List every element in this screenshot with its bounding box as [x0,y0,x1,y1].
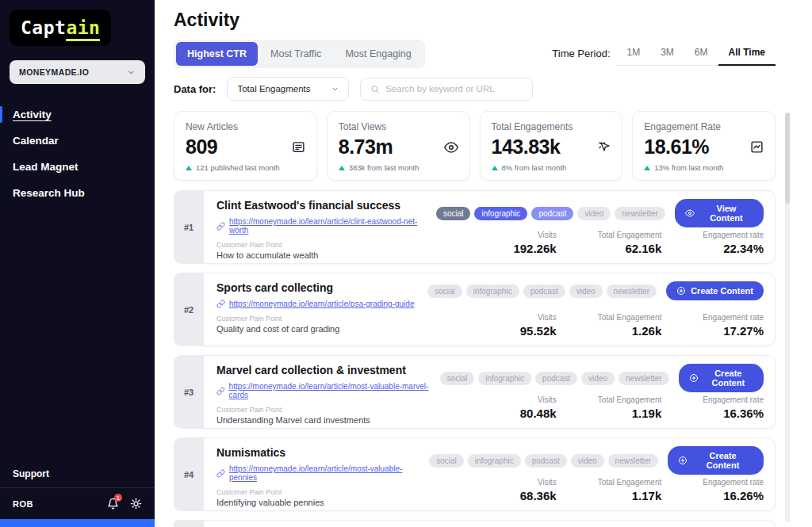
sidebar-item-label: Activity [13,109,52,120]
sidebar-item-label: Research Hub [13,187,85,199]
plus-icon [689,373,699,383]
article-link[interactable]: https://moneymade.io/learn/article/most-… [216,464,429,482]
sidebar-nav: Activity Calendar Lead Magnet Research H… [0,101,155,206]
sidebar: Captain MONEYMADE.IO Activity Calendar L… [0,0,155,527]
visits-value: 192.26k [513,242,556,255]
rate-value: 16.26% [723,489,764,502]
stat-delta-text: 8% from last month [502,163,567,172]
rate-label: Engagement rate [703,395,764,404]
sidebar-item-research-hub[interactable]: Research Hub [0,180,155,206]
engagement-stat: Total Engagement 1.19k [598,395,662,420]
article-link[interactable]: https://moneymade.io/learn/article/clint… [216,217,436,235]
link-icon [216,387,225,395]
stat-card-new-articles: New Articles 809 121 published last mont… [174,111,317,181]
rate-stat: Engagement rate 16.26% [703,478,764,502]
data-for-dropdown[interactable]: Total Engagments [227,77,348,101]
stat-label: New Articles [186,121,305,132]
tag-pill: podcast [523,285,565,298]
time-period-options: 1M 3M 6M All Time [617,42,776,66]
tag-pill: newsletter [607,285,657,298]
stat-label: Engagement Rate [644,121,764,132]
eye-icon [444,140,458,155]
search-icon [370,84,380,94]
scrollbar-thumb[interactable] [785,113,790,204]
sidebar-item-calendar[interactable]: Calendar [0,128,155,154]
article-title: Sports card collecting [216,281,414,295]
plus-icon [676,286,686,296]
stat-label: Total Engagements [492,121,611,132]
tag-pill: video [569,285,603,298]
user-name[interactable]: ROB [13,499,33,509]
engagement-label: Total Engagement [598,313,662,322]
article-row: #3 Marvel card collection & investment h… [174,355,776,429]
article-title: Numismatics [216,446,429,460]
content-button[interactable]: Create Content [668,446,764,475]
tab-most-engaging[interactable]: Most Engaging [334,42,422,66]
tag-pill: infographic [478,372,531,385]
rank-badge: #3 [174,355,204,429]
content-button[interactable]: Create Content [666,281,764,300]
article-title: Clint Eastwood's financial success [216,199,436,212]
logo: Captain [10,10,111,46]
engagement-label: Total Engagement [598,231,662,239]
tags-row: socialinfographicpodcastvideonewsletter [427,285,657,298]
up-arrow-icon [339,166,345,170]
sidebar-item-label: Calendar [13,135,59,147]
article-row-partial [174,520,776,527]
article-url[interactable]: https://moneymade.io/learn/article/clint… [229,217,436,235]
article-card [204,520,776,527]
tag-pill: newsletter [619,372,669,385]
pain-point-label: Customer Pain Point [216,241,436,249]
content-button[interactable]: View Content [675,199,764,227]
tab-most-traffic[interactable]: Most Traffic [259,42,332,66]
tab-highest-ctr[interactable]: Highest CTR [176,42,258,66]
visits-label: Visits [538,478,557,487]
visits-label: Visits [538,395,557,404]
pain-point-text: Identifying valuable pennies [216,498,429,507]
visits-value: 68.36k [520,489,557,502]
time-period: Time Period: 1M 3M 6M All Time [552,42,776,66]
notification-badge: 1 [114,494,122,502]
article-link[interactable]: https://moneymade.io/learn/article/most-… [216,382,440,399]
article-url[interactable]: https://moneymade.io/learn/article/psa-g… [229,300,414,308]
sidebar-footer: Support ROB 1 [0,462,155,527]
filter-row: Data for: Total Engagments [174,77,776,101]
controls-row: Highest CTR Most Traffic Most Engaging T… [174,40,776,68]
time-period-3m[interactable]: 3M [650,42,684,65]
pain-point-text: How to accumulate wealth [216,250,436,260]
stat-label: Total Views [339,121,458,132]
workspace-selector[interactable]: MONEYMADE.IO [10,60,145,84]
workspace-name: MONEYMADE.IO [19,67,89,77]
sidebar-item-lead-magnet[interactable]: Lead Magnet [0,154,155,180]
time-period-all-time[interactable]: All Time [718,42,776,66]
tags-row: socialinfographicpodcastvideonewsletter [436,207,665,220]
sidebar-item-activity[interactable]: Activity [0,101,155,128]
tag-pill: infographic [466,285,519,298]
rank-badge [174,520,204,527]
visits-label: Visits [538,313,557,322]
search-box[interactable] [360,78,533,101]
engagement-value: 1.17k [632,489,662,502]
search-input[interactable] [385,84,522,94]
time-period-6m[interactable]: 6M [684,42,718,65]
content-button[interactable]: Create Content [679,364,764,392]
sidebar-item-support[interactable]: Support [0,462,155,487]
chart-icon [750,140,764,154]
time-period-1m[interactable]: 1M [617,42,651,65]
tag-pill: infographic [474,207,527,220]
logo-text-highlight: ain [66,17,100,41]
article-url[interactable]: https://moneymade.io/learn/article/most-… [229,464,429,482]
rank-badge: #2 [174,273,204,346]
article-url[interactable]: https://moneymade.io/learn/article/most-… [229,382,440,399]
rate-value: 17.27% [723,324,764,338]
scrollbar[interactable] [785,113,790,522]
tag-pill: podcast [525,454,567,468]
article-row: #2 Sports card collecting https://moneym… [174,273,776,346]
theme-toggle-icon[interactable] [130,498,142,510]
content-button-label: Create Content [692,451,753,470]
up-arrow-icon [186,166,192,170]
link-icon [216,222,225,231]
article-link[interactable]: https://moneymade.io/learn/article/psa-g… [216,300,414,308]
notifications-button[interactable]: 1 [107,498,119,510]
pain-point-text: Quality and cost of card grading [216,324,414,334]
